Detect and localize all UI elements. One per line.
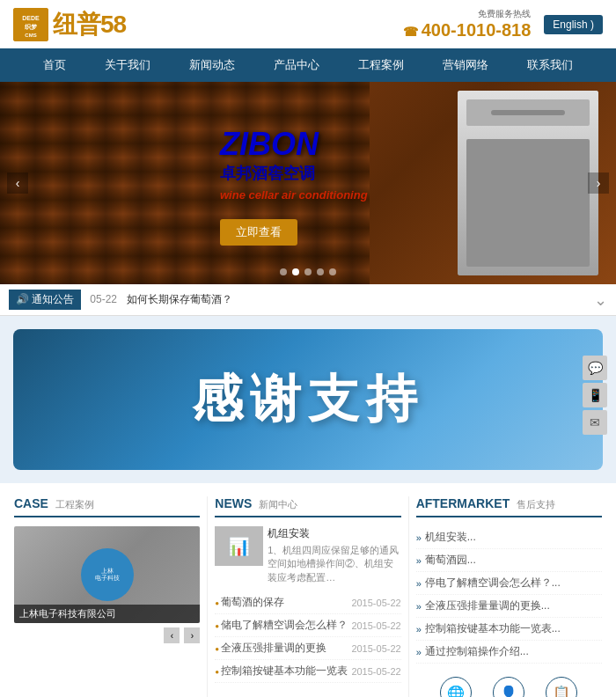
banner-box: 感谢支持 💬 📱 ✉ xyxy=(13,329,603,470)
news-list: 葡萄酒的保存 2015-05-22 储电了解糟空调会怎么样？ 2015-05-2… xyxy=(215,591,400,683)
aftermarket-column-header: AFTERMARKET 售后支持 xyxy=(416,496,602,517)
aftermarket-title-en: AFTERMARKET xyxy=(416,496,510,510)
ticker-bar: 🔊 通知公告 05-22 如何长期保存葡萄酒？ ⌄ xyxy=(0,284,616,316)
case-title-en: CASE xyxy=(14,496,48,510)
company-icon: 📋 xyxy=(546,677,577,697)
aftermarket-icon-company[interactable]: 📋 公司版本 xyxy=(540,677,583,697)
hero-brand: ZIBON xyxy=(220,126,368,163)
hero-cta-button[interactable]: 立即查看 xyxy=(220,219,297,246)
news-featured-text: 机组安装 1、机组四周应保留足够的通风空间如地槽操作间②、机组安装应考虑配置… xyxy=(268,526,400,584)
header: DEDE 织梦 CMS 纽普58 免费服务热线 400-1010-818 Eng… xyxy=(0,0,616,48)
nav-item-news[interactable]: 新闻动态 xyxy=(170,48,254,82)
aftermarket-item-1[interactable]: 机组安装... xyxy=(416,526,602,549)
side-btn-chat[interactable]: 💬 xyxy=(583,356,607,380)
svg-text:DEDE: DEDE xyxy=(22,15,40,21)
hero-chinese: 卓邦酒窖空调 xyxy=(220,163,368,184)
logo-icon: DEDE 织梦 CMS xyxy=(13,8,48,41)
hero-text: ZIBON 卓邦酒窖空调 wine cellar air conditionin… xyxy=(220,126,368,246)
news-featured-desc: 1、机组四周应保留足够的通风空间如地槽操作间②、机组安装应考虑配置… xyxy=(268,544,400,584)
news-list-title-4[interactable]: 控制箱按键基本功能一览表 xyxy=(215,664,348,679)
news-list-item: 葡萄酒的保存 2015-05-22 xyxy=(215,591,400,614)
side-btn-mail[interactable]: ✉ xyxy=(583,410,607,435)
news-list-date-3: 2015-05-22 xyxy=(351,643,400,654)
nav-item-network[interactable]: 营销网络 xyxy=(423,48,508,82)
hotline-number: 400-1010-818 xyxy=(403,20,531,40)
hero-dot-5[interactable] xyxy=(329,268,336,275)
case-nav: ‹ › xyxy=(14,627,200,643)
hero-next-button[interactable]: › xyxy=(588,172,609,194)
case-next-button[interactable]: › xyxy=(184,627,200,643)
hero-subtitle-en: wine cellar air conditioning xyxy=(220,188,368,202)
news-featured-title[interactable]: 机组安装 xyxy=(268,526,400,541)
logo: DEDE 织梦 CMS 纽普58 xyxy=(13,8,126,41)
news-featured-thumb: 📊 xyxy=(215,526,263,566)
hero-dot-4[interactable] xyxy=(317,268,324,275)
news-list-title-3[interactable]: 全液压强排量调的更换 xyxy=(215,641,326,656)
svg-text:织梦: 织梦 xyxy=(24,23,38,31)
aftermarket-item-3[interactable]: 停电了解糟空调会怎么样？... xyxy=(416,572,602,595)
hero-banner: ZIBON 卓邦酒窖空调 wine cellar air conditionin… xyxy=(0,82,616,284)
nav-item-about[interactable]: 关于我们 xyxy=(85,48,170,82)
banner-text: 感谢支持 xyxy=(192,365,424,434)
svg-text:CMS: CMS xyxy=(25,33,36,38)
news-column: NEWS 新闻中心 📊 机组安装 1、机组四周应保留足够的通风空间如地槽操作间②… xyxy=(207,496,407,697)
aftermarket-item-5[interactable]: 控制箱按键基本功能一览表... xyxy=(416,618,602,641)
ticker-label: 🔊 通知公告 xyxy=(9,290,81,310)
aftermarket-column: AFTERMARKET 售后支持 机组安装... 葡萄酒园... 停电了解糟空调… xyxy=(408,496,609,697)
case-column: CASE 工程案例 上林电子科技 上林电子科技有限公司 ‹ › xyxy=(7,496,207,697)
lang-button[interactable]: English ) xyxy=(544,15,603,34)
aftermarket-icon-network[interactable]: 🌐 营销网络 xyxy=(435,677,477,697)
ac-unit-image xyxy=(458,91,598,275)
banner-section: 感谢支持 💬 📱 ✉ xyxy=(0,316,616,483)
hero-dot-2[interactable] xyxy=(292,268,299,275)
nav-item-contact[interactable]: 联系我们 xyxy=(508,48,592,82)
news-featured-item: 📊 机组安装 1、机组四周应保留足够的通风空间如地槽操作间②、机组安装应考虑配置… xyxy=(215,526,400,584)
news-column-header: NEWS 新闻中心 xyxy=(215,496,400,517)
logo-text: 纽普58 xyxy=(53,8,126,41)
hero-dot-1[interactable] xyxy=(280,268,287,275)
news-list-date-4: 2015-05-22 xyxy=(351,666,400,677)
aftermarket-item-4[interactable]: 全液压强排量量调的更换... xyxy=(416,595,602,618)
hero-prev-button[interactable]: ‹ xyxy=(7,172,28,194)
news-list-title-2[interactable]: 储电了解糟空调会怎么样？ xyxy=(215,618,348,633)
hero-dot-3[interactable] xyxy=(304,268,312,275)
aftermarket-item-6[interactable]: 通过控制箱操作介绍... xyxy=(416,641,602,664)
news-list-date-2: 2015-05-22 xyxy=(351,620,400,631)
case-image: 上林电子科技 上林电子科技有限公司 xyxy=(14,526,200,623)
news-list-item: 储电了解糟空调会怎么样？ 2015-05-22 xyxy=(215,614,400,637)
case-company-logo: 上林电子科技 xyxy=(81,548,134,601)
news-list-item: 全液压强排量调的更换 2015-05-22 xyxy=(215,637,400,660)
news-list-title-1[interactable]: 葡萄酒的保存 xyxy=(215,595,284,610)
nav-item-home[interactable]: 首页 xyxy=(24,48,85,82)
network-icon: 🌐 xyxy=(440,677,472,697)
aftermarket-item-2[interactable]: 葡萄酒园... xyxy=(416,549,602,572)
case-title-cn: 工程案例 xyxy=(55,498,94,511)
header-right: 免费服务热线 400-1010-818 English ) xyxy=(403,8,603,40)
aftermarket-title-cn: 售后支持 xyxy=(517,498,555,511)
news-list-date-1: 2015-05-22 xyxy=(351,598,400,608)
nav-item-cases[interactable]: 工程案例 xyxy=(339,48,423,82)
aftermarket-icons: 🌐 营销网络 👤 客户案例 📋 公司版本 📞 联系我们 xyxy=(416,677,602,697)
news-title-cn: 新闻中心 xyxy=(259,498,297,511)
case-caption: 上林电子科技有限公司 xyxy=(14,605,200,623)
nav-item-products[interactable]: 产品中心 xyxy=(254,48,339,82)
ticker-date: 05-22 xyxy=(90,293,117,305)
hero-dots xyxy=(280,268,336,275)
main-nav: 首页 关于我们 新闻动态 产品中心 工程案例 营销网络 联系我们 xyxy=(0,48,616,82)
main-content-area: CASE 工程案例 上林电子科技 上林电子科技有限公司 ‹ › NEWS 新闻中… xyxy=(0,483,616,697)
hotline-label: 免费服务热线 xyxy=(403,8,531,20)
ticker-content: 05-22 如何长期保存葡萄酒？ xyxy=(90,292,585,307)
hotline: 免费服务热线 400-1010-818 xyxy=(403,8,531,40)
customer-icon: 👤 xyxy=(493,677,524,697)
ticker-text: 如何长期保存葡萄酒？ xyxy=(127,293,232,305)
ticker-scroll-arrow[interactable]: ⌄ xyxy=(594,290,607,310)
news-list-item: 控制箱按键基本功能一览表 2015-05-22 xyxy=(215,660,400,683)
aftermarket-list: 机组安装... 葡萄酒园... 停电了解糟空调会怎么样？... 全液压强排量量调… xyxy=(416,526,602,664)
side-btn-wechat[interactable]: 📱 xyxy=(583,383,607,407)
case-column-header: CASE 工程案例 xyxy=(14,496,200,517)
case-prev-button[interactable]: ‹ xyxy=(164,627,180,643)
news-title-en: NEWS xyxy=(215,496,252,510)
aftermarket-icon-customer[interactable]: 👤 客户案例 xyxy=(488,677,530,697)
